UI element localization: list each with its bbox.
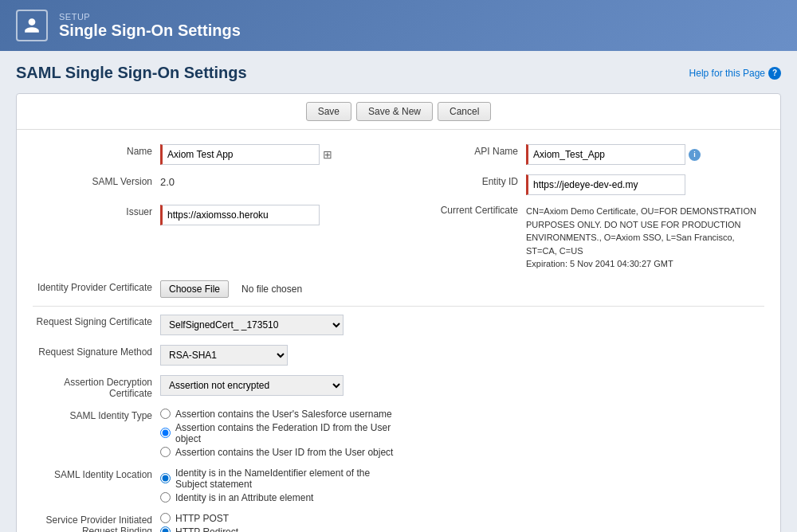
sp-request-binding-value: HTTP POST HTTP Redirect <box>160 511 398 533</box>
radio-nameid-item[interactable]: Identity is in the NameIdentifier elemen… <box>160 467 398 490</box>
entity-id-right: Entity ID <box>398 173 764 195</box>
req-signing-label: Request Signing Certificate <box>33 313 160 327</box>
req-signing-row: Request Signing Certificate SelfSignedCe… <box>33 313 764 335</box>
name-input[interactable] <box>160 144 320 165</box>
saml-identity-type-value: Assertion contains the User's Salesforce… <box>160 407 398 458</box>
api-name-input[interactable] <box>526 144 685 165</box>
sp-request-binding-label: Service Provider InitiatedRequest Bindin… <box>33 511 160 533</box>
name-left: Name ⊞ <box>33 143 398 165</box>
name-label: Name <box>33 143 160 157</box>
radio-attribute[interactable] <box>160 492 171 503</box>
form-card: Save Save & New Cancel Name ⊞ API <box>16 93 781 532</box>
saml-identity-type-label: SAML Identity Type <box>33 407 160 421</box>
entity-id-input[interactable] <box>526 174 685 195</box>
choose-file-button[interactable]: Choose File <box>160 280 229 298</box>
page-header: SETUP Single Sign-On Settings <box>0 0 797 51</box>
page-heading-row: SAML Single Sign-On Settings Help for th… <box>16 64 781 82</box>
radio-attribute-label: Identity is in an Attribute element <box>175 492 313 503</box>
radio-userid-item[interactable]: Assertion contains the User ID from the … <box>160 447 398 458</box>
request-sig-method-select[interactable]: RSA-SHA1 RSA-SHA256 <box>160 345 288 366</box>
help-link-text: Help for this Page <box>689 68 765 79</box>
radio-nameid-label: Identity is in the NameIdentifier elemen… <box>175 467 398 490</box>
req-sig-method-value: RSA-SHA1 RSA-SHA256 <box>160 343 398 366</box>
sp-request-binding-row: Service Provider InitiatedRequest Bindin… <box>33 511 764 533</box>
issuer-row: Issuer Current Certificate CN=Axiom Demo… <box>33 203 764 271</box>
radio-salesforce-label: Assertion contains the User's Salesforce… <box>175 409 392 420</box>
main-area: SAML Single Sign-On Settings Help for th… <box>0 51 797 532</box>
issuer-input[interactable] <box>160 205 320 225</box>
radio-userid[interactable] <box>160 447 171 457</box>
sp-request-binding-left: Service Provider InitiatedRequest Bindin… <box>33 511 398 533</box>
cancel-button[interactable]: Cancel <box>438 102 491 121</box>
header-text: SETUP Single Sign-On Settings <box>59 12 241 40</box>
radio-salesforce[interactable] <box>160 409 171 419</box>
current-cert-right: Current Certificate CN=Axiom Demo Certif… <box>398 203 764 271</box>
name-table-icon[interactable]: ⊞ <box>323 148 332 161</box>
radio-http-redirect-item[interactable]: HTTP Redirect <box>160 526 398 533</box>
radio-federation-label: Assertion contains the Federation ID fro… <box>175 422 398 444</box>
radio-http-redirect[interactable] <box>160 526 171 532</box>
radio-federation-item[interactable]: Assertion contains the Federation ID fro… <box>160 422 398 444</box>
radio-http-post-item[interactable]: HTTP POST <box>160 513 398 524</box>
assertion-decryption-value: Assertion not encrypted <box>160 374 398 396</box>
assertion-decryption-left: Assertion DecryptionCertificate Assertio… <box>33 374 398 399</box>
api-name-info-icon[interactable]: i <box>689 149 701 161</box>
req-sig-method-left: Request Signature Method RSA-SHA1 RSA-SH… <box>33 343 398 366</box>
req-sig-method-row: Request Signature Method RSA-SHA1 RSA-SH… <box>33 343 764 366</box>
saml-version-row: SAML Version 2.0 Entity ID <box>33 173 764 195</box>
idp-cert-row: Identity Provider Certificate Choose Fil… <box>33 279 764 298</box>
save-button[interactable]: Save <box>306 102 351 121</box>
radio-http-post-label: HTTP POST <box>175 513 229 524</box>
current-cert-value: CN=Axiom Demo Certificate, OU=FOR DEMONS… <box>526 203 764 271</box>
saml-version-left: SAML Version 2.0 <box>33 173 398 188</box>
assertion-decryption-select[interactable]: Assertion not encrypted <box>160 375 344 396</box>
setup-label: SETUP <box>59 12 241 22</box>
identity-type-radio-group: Assertion contains the User's Salesforce… <box>160 409 398 458</box>
assertion-decryption-label: Assertion DecryptionCertificate <box>33 374 160 399</box>
page-heading: SAML Single Sign-On Settings <box>16 64 247 82</box>
req-sig-method-label: Request Signature Method <box>33 343 160 358</box>
name-value: ⊞ <box>160 143 398 165</box>
no-file-text: No file chosen <box>241 284 302 295</box>
api-name-value: i <box>526 143 764 165</box>
issuer-left: Issuer <box>33 203 398 225</box>
sp-binding-radio-group: HTTP POST HTTP Redirect <box>160 513 398 533</box>
saml-version-label: SAML Version <box>33 173 160 187</box>
idp-cert-label: Identity Provider Certificate <box>33 279 160 293</box>
radio-salesforce-item[interactable]: Assertion contains the User's Salesforce… <box>160 409 398 420</box>
help-icon: ? <box>768 67 781 80</box>
request-signing-cert-select[interactable]: SelfSignedCert_ _173510 <box>160 315 344 335</box>
saml-identity-location-left: SAML Identity Location Identity is in th… <box>33 466 398 503</box>
radio-userid-label: Assertion contains the User ID from the … <box>175 447 393 458</box>
save-new-button[interactable]: Save & New <box>356 102 433 121</box>
idp-cert-left: Identity Provider Certificate Choose Fil… <box>33 279 398 298</box>
radio-attribute-item[interactable]: Identity is in an Attribute element <box>160 492 398 503</box>
assertion-decryption-row: Assertion DecryptionCertificate Assertio… <box>33 374 764 399</box>
saml-identity-location-value: Identity is in the NameIdentifier elemen… <box>160 466 398 503</box>
section-separator-1 <box>33 306 764 307</box>
form-area: Name ⊞ API Name i <box>17 130 780 532</box>
issuer-value <box>160 203 398 225</box>
saml-identity-location-row: SAML Identity Location Identity is in th… <box>33 466 764 503</box>
name-row: Name ⊞ API Name i <box>33 143 764 165</box>
api-name-right: API Name i <box>398 143 764 165</box>
toolbar: Save Save & New Cancel <box>17 94 780 130</box>
header-page-title: Single Sign-On Settings <box>59 22 241 40</box>
header-icon <box>16 10 48 41</box>
help-link[interactable]: Help for this Page ? <box>689 67 781 80</box>
issuer-label: Issuer <box>33 203 160 217</box>
req-signing-value: SelfSignedCert_ _173510 <box>160 313 398 335</box>
saml-identity-type-left: SAML Identity Type Assertion contains th… <box>33 407 398 458</box>
radio-http-redirect-label: HTTP Redirect <box>175 526 238 533</box>
saml-identity-location-label: SAML Identity Location <box>33 466 160 480</box>
entity-id-label: Entity ID <box>398 173 526 187</box>
api-name-label: API Name <box>398 143 526 157</box>
saml-version-val: 2.0 <box>160 173 398 188</box>
radio-federation[interactable] <box>160 428 171 438</box>
req-signing-left: Request Signing Certificate SelfSignedCe… <box>33 313 398 335</box>
current-cert-label: Current Certificate <box>398 203 526 216</box>
radio-http-post[interactable] <box>160 513 171 523</box>
radio-nameid[interactable] <box>160 473 171 483</box>
saml-identity-type-row: SAML Identity Type Assertion contains th… <box>33 407 764 458</box>
entity-id-value <box>526 173 764 195</box>
